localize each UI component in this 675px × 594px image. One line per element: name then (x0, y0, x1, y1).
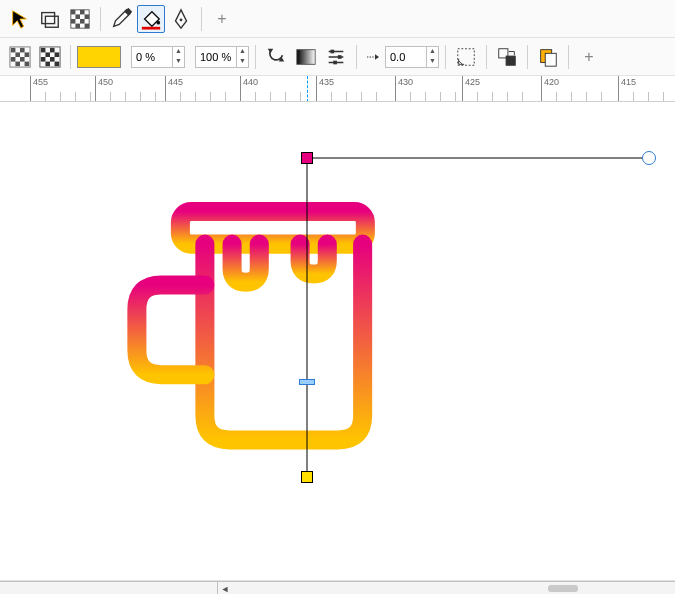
svg-rect-20 (15, 61, 20, 66)
up-arrow-icon[interactable]: ▲ (426, 47, 438, 57)
bottom-bar: ◄ (0, 580, 675, 594)
ruler-label: 430 (398, 77, 413, 87)
down-arrow-icon[interactable]: ▼ (426, 57, 438, 67)
pointer-tool[interactable] (6, 5, 34, 33)
svg-point-13 (180, 18, 183, 21)
rectangle-icon (39, 8, 61, 30)
ruler-major-tick: 450 (95, 76, 96, 102)
ruler-label: 440 (243, 77, 258, 87)
opacity-start-value[interactable]: 0 % (132, 51, 172, 63)
selection-bounds-icon (455, 46, 477, 68)
svg-rect-33 (331, 49, 335, 53)
svg-rect-35 (333, 60, 337, 64)
eyedropper-icon (110, 8, 132, 30)
swap-colors-button[interactable] (493, 43, 521, 71)
checker-icon (69, 8, 91, 30)
reverse-gradient-button[interactable] (262, 43, 290, 71)
svg-rect-28 (50, 57, 55, 62)
fill-tool[interactable] (137, 5, 165, 33)
svg-rect-24 (50, 47, 55, 52)
copy-fill-icon (537, 46, 559, 68)
opacity-start-spinner[interactable]: 0 % ▲▼ (131, 46, 185, 68)
svg-rect-14 (11, 47, 16, 52)
scrollbar-thumb[interactable] (548, 585, 578, 592)
reverse-icon (265, 46, 287, 68)
svg-rect-27 (41, 57, 46, 62)
add-option-button[interactable]: + (575, 43, 603, 71)
svg-rect-0 (42, 12, 55, 23)
svg-rect-6 (85, 14, 90, 19)
ruler-major-tick: 445 (165, 76, 166, 102)
offset-spinner[interactable]: 0.0 ▲▼ (385, 46, 439, 68)
toolbar-primary: + (0, 0, 675, 38)
ruler-label: 435 (319, 77, 334, 87)
separator (201, 7, 202, 31)
gradient-horizontal-line (305, 156, 651, 160)
ruler-major-tick: 435 (316, 76, 317, 102)
artwork-mug[interactable] (126, 187, 398, 459)
checker-icon (9, 46, 31, 68)
ruler-major-tick: 415 (618, 76, 619, 102)
gradient-start-handle[interactable] (301, 152, 313, 164)
svg-rect-40 (545, 53, 556, 66)
svg-rect-23 (41, 47, 46, 52)
paint-bucket-icon (140, 8, 162, 30)
opacity-end-spinner[interactable]: 100 % ▲▼ (195, 46, 249, 68)
svg-rect-15 (20, 47, 25, 52)
add-tool-button[interactable]: + (208, 5, 236, 33)
down-arrow-icon[interactable]: ▼ (236, 57, 248, 67)
fill-color-swatch[interactable] (77, 46, 121, 68)
svg-rect-21 (25, 61, 30, 66)
svg-rect-11 (124, 8, 132, 16)
ruler-major-tick: 430 (395, 76, 396, 102)
ruler-guide-marker[interactable] (307, 76, 308, 102)
rectangle-tool[interactable] (36, 5, 64, 33)
svg-rect-25 (45, 52, 50, 57)
gradient-angle-handle[interactable] (642, 151, 656, 165)
gradient-midpoint-handle[interactable] (299, 379, 315, 385)
up-arrow-icon[interactable]: ▲ (172, 47, 184, 57)
offset-value[interactable]: 0.0 (386, 51, 426, 63)
ruler-label: 420 (544, 77, 559, 87)
svg-rect-38 (506, 56, 515, 65)
svg-rect-26 (55, 52, 60, 57)
scroll-left-button[interactable]: ◄ (218, 582, 232, 594)
down-arrow-icon[interactable]: ▼ (172, 57, 184, 67)
pen-tool[interactable] (167, 5, 195, 33)
linear-gradient-button[interactable] (292, 43, 320, 71)
pattern-checker-b[interactable] (36, 43, 64, 71)
ruler-label: 425 (465, 77, 480, 87)
svg-rect-10 (85, 23, 90, 28)
horizontal-scrollbar[interactable]: ◄ (218, 581, 675, 594)
copy-fill-button[interactable] (534, 43, 562, 71)
horizontal-ruler[interactable]: 455450445440435430425420415 (0, 76, 675, 102)
svg-rect-8 (80, 19, 85, 24)
bounds-button[interactable] (452, 43, 480, 71)
svg-rect-17 (25, 52, 30, 57)
separator (527, 45, 528, 69)
separator (356, 45, 357, 69)
svg-point-12 (157, 20, 161, 24)
opacity-end-value[interactable]: 100 % (196, 51, 236, 63)
svg-rect-32 (297, 49, 315, 64)
pen-nib-icon (170, 8, 192, 30)
ruler-major-tick: 455 (30, 76, 31, 102)
gradient-settings-button[interactable] (322, 43, 350, 71)
ruler-label: 450 (98, 77, 113, 87)
separator (486, 45, 487, 69)
arrow-right-icon (365, 49, 381, 65)
svg-rect-16 (15, 52, 20, 57)
ruler-major-tick: 420 (541, 76, 542, 102)
separator (100, 7, 101, 31)
linear-gradient-icon (295, 46, 317, 68)
status-cell (0, 581, 218, 594)
gradient-end-handle[interactable] (301, 471, 313, 483)
ruler-major-tick: 425 (462, 76, 463, 102)
svg-rect-3 (71, 9, 76, 14)
eyedropper-tool[interactable] (107, 5, 135, 33)
canvas[interactable] (0, 102, 675, 580)
up-arrow-icon[interactable]: ▲ (236, 47, 248, 57)
pattern-checker-a[interactable] (6, 43, 34, 71)
checker-pattern-tool[interactable] (66, 5, 94, 33)
ruler-label: 415 (621, 77, 636, 87)
